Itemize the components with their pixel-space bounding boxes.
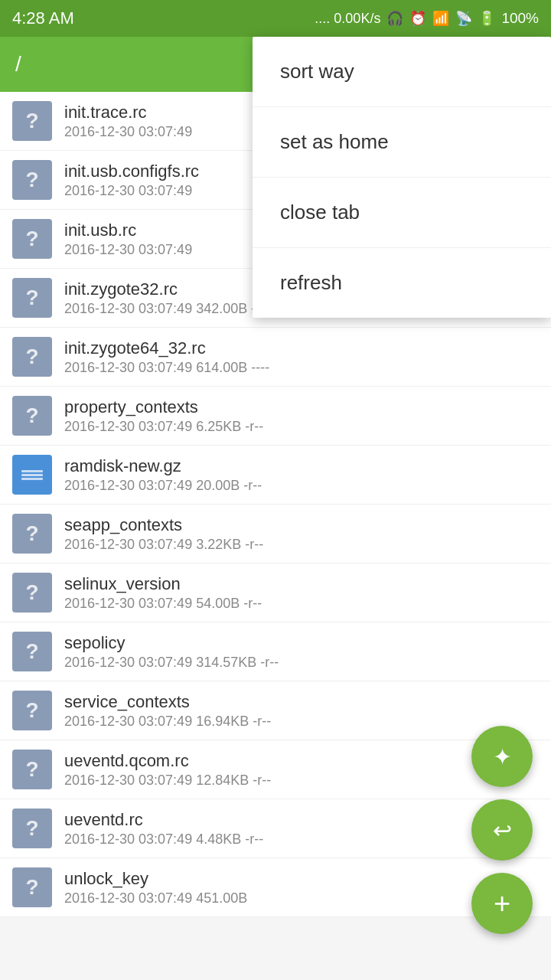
dropdown-menu: sort way set as home close tab refresh	[253, 37, 551, 318]
alarm-icon: ⏰	[409, 10, 426, 27]
network-speed: .... 0.00K/s	[315, 11, 380, 27]
wifi-icon: 📶	[432, 10, 449, 27]
signal-icon: 📡	[455, 10, 472, 27]
headphone-icon: 🎧	[386, 10, 403, 27]
menu-item-refresh[interactable]: refresh	[253, 248, 551, 318]
battery-icon: 🔋	[478, 10, 495, 27]
menu-item-sort-way[interactable]: sort way	[253, 37, 551, 107]
dropdown-overlay[interactable]: sort way set as home close tab refresh	[0, 37, 551, 980]
status-right: .... 0.00K/s 🎧 ⏰ 📶 📡 🔋 100%	[315, 10, 539, 27]
status-bar: 4:28 AM .... 0.00K/s 🎧 ⏰ 📶 📡 🔋 100%	[0, 0, 551, 37]
menu-item-close-tab[interactable]: close tab	[253, 178, 551, 248]
menu-item-set-as-home[interactable]: set as home	[253, 107, 551, 178]
battery-percent: 100%	[501, 10, 539, 27]
status-time: 4:28 AM	[12, 8, 74, 28]
